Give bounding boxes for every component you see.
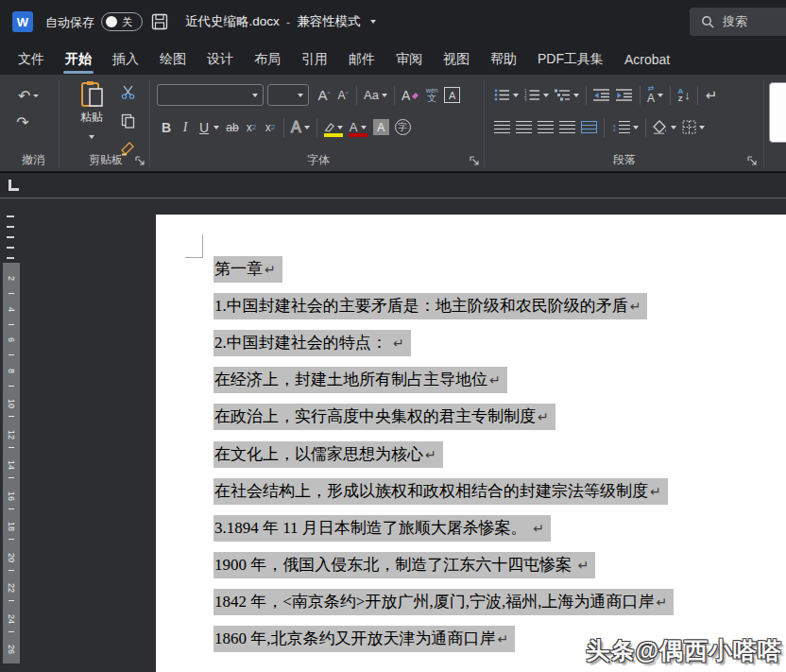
autosave-toggle[interactable]: 关 xyxy=(101,12,143,31)
paragraph-mark: ↵ xyxy=(425,447,436,462)
character-shading-button[interactable]: A xyxy=(370,115,392,139)
asian-layout-icon: A xyxy=(647,93,655,104)
shrink-font-button[interactable]: Aˇ xyxy=(333,83,352,107)
decrease-indent-button[interactable] xyxy=(590,83,613,107)
shading-button[interactable] xyxy=(650,115,679,139)
ruler-tick xyxy=(7,247,14,249)
ribbon-tab-引用[interactable]: 引用 xyxy=(291,43,338,75)
font-group: Aˆ Aˇ Aa A wén 文 xyxy=(153,75,484,171)
clipboard-dialog-launcher[interactable] xyxy=(135,156,146,167)
document-line[interactable]: 2.中国封建社会的特点： ↵ xyxy=(214,324,786,361)
ribbon-tab-设计[interactable]: 设计 xyxy=(196,43,244,75)
document-line[interactable]: 1.中国封建社会的主要矛盾是：地主阶级和农民阶级的矛盾↵ xyxy=(214,287,786,324)
document-page[interactable]: 第一章↵1.中国封建社会的主要矛盾是：地主阶级和农民阶级的矛盾↵2.中国封建社会… xyxy=(156,215,786,672)
ribbon-tab-审阅[interactable]: 审阅 xyxy=(385,43,433,75)
enclose-characters-button[interactable]: 字 xyxy=(392,115,414,139)
ruler-tick xyxy=(9,447,14,448)
chevron-down-icon xyxy=(214,126,219,129)
justify-button[interactable] xyxy=(556,115,578,139)
margin-corner-mark xyxy=(185,234,203,258)
ribbon-tab-绘图[interactable]: 绘图 xyxy=(149,43,196,75)
increase-indent-button[interactable] xyxy=(613,83,636,107)
change-case-button[interactable]: Aa xyxy=(361,83,390,107)
vertical-ruler-strip[interactable]: 2468101214161820222426 xyxy=(3,263,20,663)
ribbon-tab-布局[interactable]: 布局 xyxy=(244,43,291,75)
document-line[interactable]: 在文化上，以儒家思想为核心↵ xyxy=(214,436,786,473)
underline-button[interactable]: U xyxy=(195,115,214,139)
document-line[interactable]: 1842 年，<南京条约>开放广州,厦门,宁波,福州,上海为通商口岸↵ xyxy=(214,584,786,621)
text-effects-button[interactable]: A xyxy=(288,115,313,139)
undo-button[interactable]: ↶ xyxy=(15,84,42,108)
redo-button[interactable]: ↷ xyxy=(13,111,32,134)
document-line[interactable]: 第一章↵ xyxy=(214,250,786,287)
ruler-number: 24 xyxy=(7,614,16,624)
tab-selector[interactable] xyxy=(9,180,19,191)
distribute-button[interactable] xyxy=(578,115,600,139)
ruler-tick xyxy=(9,570,14,571)
align-left-button[interactable] xyxy=(491,115,513,139)
chevron-down-icon xyxy=(304,126,310,129)
font-size-select[interactable] xyxy=(267,84,309,106)
document-line[interactable]: 1900 年，俄国入侵东北，制造了江东六十四屯惨案 ↵ xyxy=(214,547,786,584)
align-right-button[interactable] xyxy=(535,115,556,139)
bold-button[interactable]: B xyxy=(157,115,176,139)
ribbon-tab-PDF工具集[interactable]: PDF工具集 xyxy=(527,43,614,75)
ribbon-tab-邮件[interactable]: 邮件 xyxy=(338,43,385,75)
font-color-button[interactable]: A xyxy=(346,115,370,139)
ruler-tick xyxy=(7,257,14,259)
document-title[interactable]: 近代史缩略.docx - 兼容性模式 xyxy=(185,13,376,30)
ribbon-tab-视图[interactable]: 视图 xyxy=(433,43,480,75)
divider xyxy=(640,86,641,105)
superscript-button[interactable]: x2 xyxy=(261,115,280,139)
subscript-button[interactable]: x2 xyxy=(242,115,261,139)
paragraph-mark: ↵ xyxy=(533,521,544,536)
group-divider xyxy=(484,80,485,167)
document-line[interactable]: 在政治上，实行高度中央集权的君主专制制度↵ xyxy=(214,399,786,436)
ribbon-tab-插入[interactable]: 插入 xyxy=(102,43,149,75)
font-dialog-launcher[interactable] xyxy=(470,156,481,167)
justify-icon xyxy=(559,121,575,133)
clear-formatting-button[interactable]: A xyxy=(399,83,422,107)
phonetic-guide-button[interactable]: wén 文 xyxy=(422,83,441,107)
search-input[interactable]: 搜索 xyxy=(690,8,786,36)
autosave-state: 关 xyxy=(122,15,132,29)
borders-button[interactable] xyxy=(679,115,708,139)
multilevel-list-button[interactable] xyxy=(552,83,582,107)
selected-text: 1842 年，<南京条约>开放广州,厦门,宁波,福州,上海为通商口岸↵ xyxy=(214,589,674,615)
ribbon-tab-开始[interactable]: 开始 xyxy=(55,43,102,75)
ribbon-tab-文件[interactable]: 文件 xyxy=(8,43,55,75)
align-center-button[interactable] xyxy=(513,115,535,139)
save-button[interactable] xyxy=(151,13,168,30)
document-line[interactable]: 在经济上，封建土地所有制占主导地位↵ xyxy=(214,362,786,399)
ruler-tick xyxy=(9,477,14,478)
grow-font-button[interactable]: Aˆ xyxy=(315,83,333,107)
paragraph-dialog-launcher[interactable] xyxy=(747,156,759,167)
bullets-button[interactable] xyxy=(491,83,521,107)
strikethrough-icon: ab xyxy=(226,121,238,134)
selected-text: 在经济上，封建土地所有制占主导地位↵ xyxy=(214,367,507,393)
style-gallery-item[interactable] xyxy=(769,82,786,143)
document-area: 第一章↵1.中国封建社会的主要矛盾是：地主阶级和农民阶级的矛盾↵2.中国封建社会… xyxy=(0,198,786,672)
autosave-label: 自动保存 xyxy=(45,14,94,31)
ribbon-tab-帮助[interactable]: 帮助 xyxy=(480,43,527,75)
numbering-button[interactable]: 123 xyxy=(521,83,552,107)
ruler-tick xyxy=(9,386,14,387)
grow-font-icon: A xyxy=(317,87,327,103)
document-line[interactable]: 3.1894 年 11 月日本制造了旅顺大屠杀惨案。 ↵ xyxy=(214,509,786,546)
selected-text: 1860 年,北京条约又开放天津为通商口岸↵ xyxy=(214,626,515,652)
asian-layout-button[interactable]: ⇄ A xyxy=(644,83,666,107)
document-line[interactable]: 在社会结构上，形成以族权和政权相结合的封建宗法等级制度↵ xyxy=(214,473,786,509)
character-border-button[interactable]: A xyxy=(441,83,463,107)
show-hide-marks-button[interactable]: ↵ xyxy=(702,83,721,107)
strikethrough-button[interactable]: ab xyxy=(223,115,242,139)
italic-button[interactable]: I xyxy=(176,115,195,139)
ribbon-tab-Acrobat[interactable]: Acrobat xyxy=(614,43,680,75)
highlight-color-button[interactable] xyxy=(321,115,346,139)
line-spacing-button[interactable]: ↕ xyxy=(608,115,641,139)
paste-button[interactable]: 粘贴 xyxy=(72,80,111,143)
sort-button[interactable]: A Z ↓ xyxy=(675,83,693,107)
cut-button[interactable] xyxy=(118,80,138,104)
selected-text: 在政治上，实行高度中央集权的君主专制制度↵ xyxy=(214,404,555,430)
copy-button[interactable] xyxy=(118,109,138,132)
font-name-select[interactable] xyxy=(157,84,264,106)
